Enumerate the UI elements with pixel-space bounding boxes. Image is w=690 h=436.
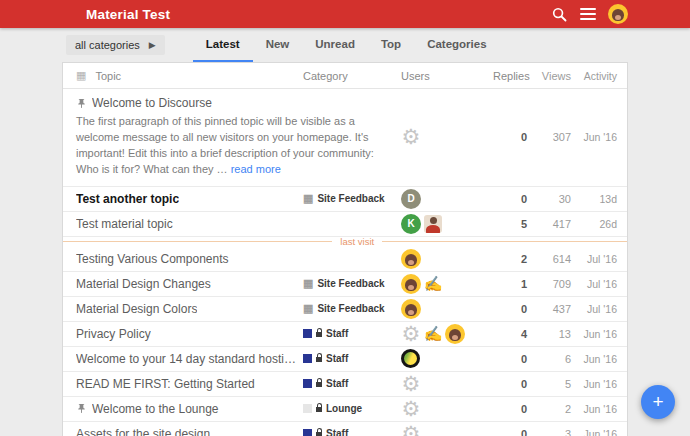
site-title[interactable]: Material Test	[86, 7, 170, 22]
monkey-avatar[interactable]	[401, 249, 421, 269]
topic-row[interactable]: Testing Various Components 2 614 Jul '16	[63, 247, 627, 272]
lock-icon	[316, 357, 322, 362]
category-badge[interactable]: Staff	[303, 428, 401, 436]
sketch-avatar[interactable]: ✍	[424, 275, 442, 293]
category-cell: Staff	[301, 378, 401, 389]
category-badge[interactable]: ▦Site Feedback	[303, 303, 401, 314]
topic-cell: Test material topic	[63, 217, 301, 231]
tab-latest[interactable]: Latest	[193, 28, 253, 62]
last-visit-divider: last visit	[63, 237, 627, 247]
topic-row[interactable]: Test material topic K 5 417 26d	[63, 212, 627, 237]
topic-title[interactable]: Welcome to Discourse	[92, 96, 212, 110]
tab-unread[interactable]: Unread	[302, 28, 368, 62]
activity-date: Jun '16	[571, 403, 627, 415]
topic-row[interactable]: Assets for the site design Staff ⚙ 0 3 J…	[63, 422, 627, 436]
views-count: 3	[527, 428, 571, 436]
topic-cell: Welcome to your 14 day standard hosting …	[63, 352, 301, 366]
topic-title[interactable]: Welcome to the Lounge	[92, 402, 219, 416]
topic-cell: Material Design Colors	[63, 302, 301, 316]
category-badge[interactable]: Staff	[303, 353, 401, 364]
category-name: Site Feedback	[317, 278, 384, 289]
topic-title[interactable]: READ ME FIRST: Getting Started	[76, 377, 255, 391]
activity-date: Jul '16	[571, 303, 627, 315]
category-badge[interactable]: ▦Site Feedback	[303, 193, 401, 204]
column-users[interactable]: Users	[401, 70, 493, 82]
users-cell: ⚙✍	[401, 324, 493, 344]
column-replies[interactable]: Replies	[493, 70, 527, 82]
column-category[interactable]: Category	[301, 70, 401, 82]
topic-row[interactable]: Test another topic ▦Site Feedback D 0 30…	[63, 187, 627, 212]
category-badge[interactable]: ▦Site Feedback	[303, 278, 401, 289]
column-views[interactable]: Views	[527, 70, 571, 82]
letter-avatar[interactable]: K	[401, 214, 421, 234]
topic-row[interactable]: Welcome to your 14 day standard hosting …	[63, 347, 627, 372]
views-count: 614	[527, 253, 571, 265]
category-cell: ▦Site Feedback	[301, 278, 401, 289]
category-badge[interactable]: Staff	[303, 328, 401, 339]
replies-count: 0	[493, 303, 527, 315]
topic-title[interactable]: Material Design Changes	[76, 277, 211, 291]
activity-date: Jun '16	[571, 378, 627, 390]
avatar-muzzle	[408, 260, 414, 265]
monkey-avatar[interactable]	[401, 299, 421, 319]
topic-row[interactable]: READ ME FIRST: Getting Started Staff ⚙ 0…	[63, 372, 627, 397]
topic-row[interactable]: Material Design Changes ▦Site Feedback ✍…	[63, 272, 627, 297]
user-avatar[interactable]	[608, 4, 628, 24]
topic-row[interactable]: Welcome to the Lounge Lounge ⚙ 0 2 Jun '…	[63, 397, 627, 422]
topic-title[interactable]: Privacy Policy	[76, 327, 151, 341]
menu-icon[interactable]	[579, 5, 597, 23]
search-icon[interactable]	[550, 5, 568, 23]
topic-row[interactable]: Privacy Policy Staff ⚙✍ 4 13 Jun '16	[63, 322, 627, 347]
category-badge[interactable]: Lounge	[303, 403, 401, 414]
replies-count: 1	[493, 278, 527, 290]
tab-categories[interactable]: Categories	[414, 28, 499, 62]
topic-cell: Material Design Changes	[63, 277, 301, 291]
topic-title[interactable]: Testing Various Components	[76, 252, 229, 266]
topic-row[interactable]: Welcome to Discourse The first paragraph…	[63, 89, 627, 187]
tab-new[interactable]: New	[253, 28, 303, 62]
gear-avatar[interactable]: ⚙	[401, 399, 421, 419]
letter-avatar[interactable]: D	[401, 189, 421, 209]
activity-date: 13d	[571, 193, 627, 205]
ring-logo-avatar[interactable]	[401, 349, 420, 368]
activity-date: 26d	[571, 218, 627, 230]
topic-row[interactable]: Material Design Colors ▦Site Feedback 0 …	[63, 297, 627, 322]
category-color-chip	[303, 329, 312, 338]
new-topic-fab[interactable]: +	[641, 385, 675, 419]
topic-excerpt: The first paragraph of this pinned topic…	[76, 114, 399, 178]
bulk-select-icon[interactable]: ▦	[76, 69, 86, 82]
topic-title[interactable]: Test another topic	[76, 192, 179, 206]
category-color-chip	[303, 379, 312, 388]
category-cell: ▦Site Feedback	[301, 193, 401, 204]
gear-avatar[interactable]: ⚙	[401, 424, 421, 436]
monkey-avatar[interactable]	[445, 324, 465, 344]
topic-title[interactable]: Material Design Colors	[76, 302, 197, 316]
column-topic[interactable]: ▦ Topic	[63, 69, 301, 82]
topic-cell: Assets for the site design	[63, 427, 301, 436]
gear-avatar[interactable]: ⚙	[401, 324, 421, 344]
topic-title[interactable]: Test material topic	[76, 217, 173, 231]
gear-avatar[interactable]: ⚙	[401, 127, 421, 147]
category-cell: Staff	[301, 353, 401, 364]
topic-title[interactable]: Assets for the site design	[76, 427, 210, 436]
avatar-muzzle	[452, 335, 458, 340]
monkey-avatar[interactable]	[401, 274, 421, 294]
users-cell: D	[401, 189, 493, 209]
column-activity[interactable]: Activity	[571, 70, 627, 82]
read-more-link[interactable]: read more	[231, 163, 281, 175]
users-cell	[401, 349, 493, 368]
gear-avatar[interactable]: ⚙	[401, 374, 421, 394]
tab-top[interactable]: Top	[368, 28, 414, 62]
users-cell: ⚙	[401, 374, 493, 394]
column-topic-label: Topic	[95, 70, 121, 82]
lock-icon	[316, 432, 322, 436]
pin-icon	[76, 403, 87, 414]
category-filter-dropdown[interactable]: all categories ▶	[66, 35, 165, 55]
avatar-muzzle	[408, 285, 414, 290]
replies-count: 0	[493, 131, 527, 143]
person-avatar[interactable]	[424, 215, 442, 233]
category-badge[interactable]: Staff	[303, 378, 401, 389]
sketch-avatar[interactable]: ✍	[424, 325, 442, 343]
users-cell: K	[401, 214, 493, 234]
topic-title[interactable]: Welcome to your 14 day standard hosting …	[76, 352, 301, 366]
